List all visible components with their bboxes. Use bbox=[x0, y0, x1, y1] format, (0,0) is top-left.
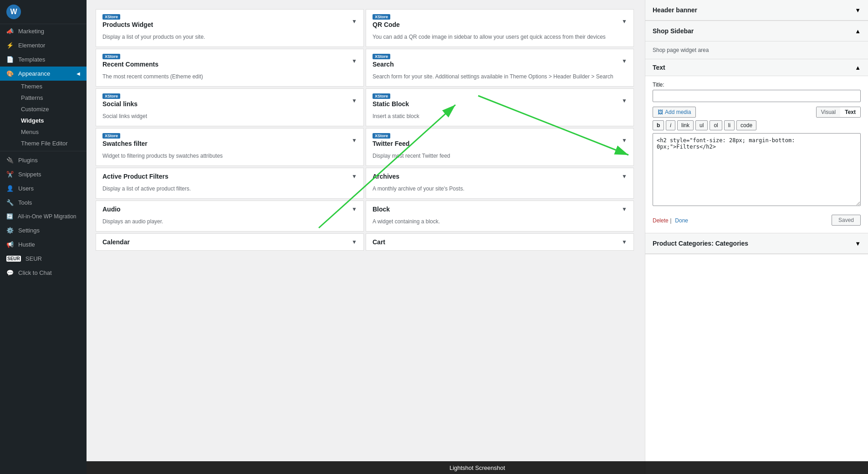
delete-link[interactable]: Delete bbox=[653, 217, 669, 224]
code-editor-textarea[interactable]: <h2 style="font-size: 28px; margin-botto… bbox=[653, 133, 861, 206]
chevron-down-icon-arch: ▼ bbox=[622, 173, 627, 180]
widget-header-active-filters[interactable]: Active Product Filters ▼ bbox=[96, 168, 363, 185]
chevron-down-icon-sw: ▼ bbox=[352, 137, 357, 144]
widget-desc-qr: You can add a QR code image in sidebar t… bbox=[366, 33, 633, 46]
sidebar-label-plugins: Plugins bbox=[18, 157, 38, 164]
format-bold-button[interactable]: b bbox=[653, 120, 664, 130]
text-widget-title: Text bbox=[653, 64, 665, 71]
widget-card-active-filters: Active Product Filters ▼ Display a list … bbox=[96, 168, 364, 199]
xstore-badge: XStore bbox=[102, 14, 120, 20]
sidebar-item-users[interactable]: 👤 Users bbox=[0, 181, 87, 196]
xstore-badge-sw: XStore bbox=[102, 133, 120, 139]
widget-header-cart[interactable]: Cart ▼ bbox=[366, 234, 633, 250]
sidebar-item-templates[interactable]: 📄 Templates bbox=[0, 52, 87, 67]
format-code-button[interactable]: code bbox=[736, 120, 756, 130]
sidebar-item-tools[interactable]: 🔧 Tools bbox=[0, 196, 87, 210]
sidebar-item-seur[interactable]: SEUR SEUR bbox=[0, 252, 87, 266]
widget-header-recent-comments[interactable]: XStore Recent Comments ▼ bbox=[96, 49, 363, 72]
shop-sidebar-section: Shop Sidebar ▲ Shop page widget area Tex… bbox=[645, 21, 868, 233]
separator: | bbox=[670, 217, 673, 224]
tab-visual[interactable]: Visual bbox=[817, 107, 840, 117]
widget-header-static-block[interactable]: XStore Static Block ▼ bbox=[366, 89, 633, 112]
sidebar-item-themes[interactable]: Themes bbox=[16, 81, 87, 92]
sidebar-label-tools: Tools bbox=[18, 199, 32, 206]
svg-text:W: W bbox=[10, 8, 17, 15]
widget-header-social-links[interactable]: XStore Social links ▼ bbox=[96, 89, 363, 112]
widget-header-search[interactable]: XStore Search ▼ bbox=[366, 49, 633, 72]
widget-header-qr[interactable]: XStore QR Code ▼ bbox=[366, 10, 633, 33]
sidebar-item-elementor[interactable]: ⚡ Elementor bbox=[0, 38, 87, 52]
widget-desc-archives: A monthly archive of your site's Posts. bbox=[366, 185, 633, 198]
widget-header-archives[interactable]: Archives ▼ bbox=[366, 168, 633, 185]
widget-header-twitter[interactable]: XStore Twitter Feed ▼ bbox=[366, 129, 633, 152]
widget-card-twitter: XStore Twitter Feed ▼ Display most recen… bbox=[366, 128, 634, 166]
sidebar-item-plugins[interactable]: 🔌 Plugins bbox=[0, 153, 87, 167]
sidebar-item-widgets[interactable]: Widgets bbox=[16, 115, 87, 126]
tab-text[interactable]: Text bbox=[840, 107, 860, 117]
elementor-icon: ⚡ bbox=[6, 42, 14, 49]
widget-title-archives: Archives bbox=[373, 173, 399, 180]
sidebar-label-hustle: Hustle bbox=[18, 241, 35, 248]
format-italic-button[interactable]: i bbox=[666, 120, 675, 130]
sidebar-item-appearance[interactable]: 🎨 Appearance ◀ bbox=[0, 67, 87, 81]
chevron-down-icon-sl: ▼ bbox=[352, 98, 357, 104]
shop-sidebar-desc: Shop page widget area bbox=[645, 41, 868, 59]
sidebar-item-customize[interactable]: Customize bbox=[16, 103, 87, 115]
sidebar-item-menus[interactable]: Menus bbox=[16, 126, 87, 138]
widget-desc-static-block: Insert a static block bbox=[366, 112, 633, 126]
widget-header-audio[interactable]: Audio ▼ bbox=[96, 201, 363, 217]
hustle-icon: 📢 bbox=[6, 241, 14, 248]
widget-card-block: Block ▼ A widget containing a block. bbox=[366, 201, 634, 232]
saved-button: Saved bbox=[832, 215, 861, 226]
widget-header-swatches[interactable]: XStore Swatches filter ▼ bbox=[96, 129, 363, 152]
sidebar-item-hustle[interactable]: 📢 Hustle bbox=[0, 237, 87, 252]
widget-title-swatches: Swatches filter bbox=[102, 140, 148, 147]
widget-title-block: Block bbox=[373, 206, 390, 213]
widget-header-block[interactable]: Block ▼ bbox=[366, 201, 633, 217]
sidebar-label-themes: Themes bbox=[21, 83, 42, 90]
format-link-button[interactable]: link bbox=[677, 120, 694, 130]
widget-title-audio: Audio bbox=[102, 206, 121, 213]
text-widget-header[interactable]: Text ▲ bbox=[645, 59, 868, 76]
widget-title-active-filters: Active Product Filters bbox=[102, 173, 168, 180]
widget-header-products[interactable]: XStore Products Widget ▼ bbox=[96, 10, 363, 33]
sidebar-item-settings[interactable]: ⚙️ Settings bbox=[0, 223, 87, 237]
main-content: XStore Products Widget ▼ Display a list … bbox=[87, 0, 868, 474]
format-ul-button[interactable]: ul bbox=[695, 120, 708, 130]
sidebar-item-theme-file-editor[interactable]: Theme File Editor bbox=[16, 138, 87, 149]
widget-desc-active-filters: Display a list of active product filters… bbox=[96, 185, 363, 198]
sidebar-item-marketing[interactable]: 📣 Marketing bbox=[0, 24, 87, 38]
header-banner-header[interactable]: Header banner ▼ bbox=[645, 0, 868, 21]
sidebar-item-patterns[interactable]: Patterns bbox=[16, 92, 87, 103]
appearance-arrow-icon: ◀ bbox=[77, 71, 80, 76]
done-link[interactable]: Done bbox=[675, 217, 688, 224]
templates-icon: 📄 bbox=[6, 56, 14, 63]
sidebar-item-snippets[interactable]: ✂️ Snippets bbox=[0, 167, 87, 181]
format-ol-button[interactable]: ol bbox=[710, 120, 722, 130]
title-field-label: Title: bbox=[653, 82, 861, 88]
format-li-button[interactable]: li bbox=[724, 120, 735, 130]
sidebar-label-all-in-one: All-in-One WP Migration bbox=[18, 213, 76, 220]
xstore-badge-rc: XStore bbox=[102, 54, 120, 59]
sidebar-item-all-in-one[interactable]: 🔄 All-in-One WP Migration bbox=[0, 210, 87, 223]
add-media-button[interactable]: 🖼 Add media bbox=[653, 107, 696, 118]
sidebar-item-click-to-chat[interactable]: 💬 Click to Chat bbox=[0, 266, 87, 280]
sidebar-label-users: Users bbox=[18, 185, 34, 192]
shop-sidebar-header[interactable]: Shop Sidebar ▲ bbox=[645, 21, 868, 41]
sidebar-label-menus: Menus bbox=[21, 129, 39, 135]
chevron-down-icon-block: ▼ bbox=[622, 206, 627, 212]
sidebar-label-click-to-chat: Click to Chat bbox=[18, 269, 52, 276]
add-media-icon: 🖼 bbox=[658, 109, 663, 115]
text-widget-body: Title: 🖼 Add media Visual Text b bbox=[645, 76, 868, 233]
header-banner-chevron-icon: ▼ bbox=[855, 7, 861, 14]
sidebar-label-marketing: Marketing bbox=[18, 28, 44, 35]
title-field-input[interactable] bbox=[653, 90, 861, 102]
widget-header-calendar[interactable]: Calendar ▼ bbox=[96, 234, 363, 250]
lightshot-label: Lightshot Screenshot bbox=[449, 464, 505, 471]
settings-icon: ⚙️ bbox=[6, 227, 14, 234]
widget-title-static-block: Static Block bbox=[373, 100, 409, 108]
appearance-submenu: Themes Patterns Customize Widgets Menus … bbox=[0, 81, 87, 149]
sidebar-label-customize: Customize bbox=[21, 106, 49, 113]
wp-icon: W bbox=[5, 4, 22, 20]
product-categories-header[interactable]: Product Categories: Categories ▼ bbox=[645, 233, 868, 254]
